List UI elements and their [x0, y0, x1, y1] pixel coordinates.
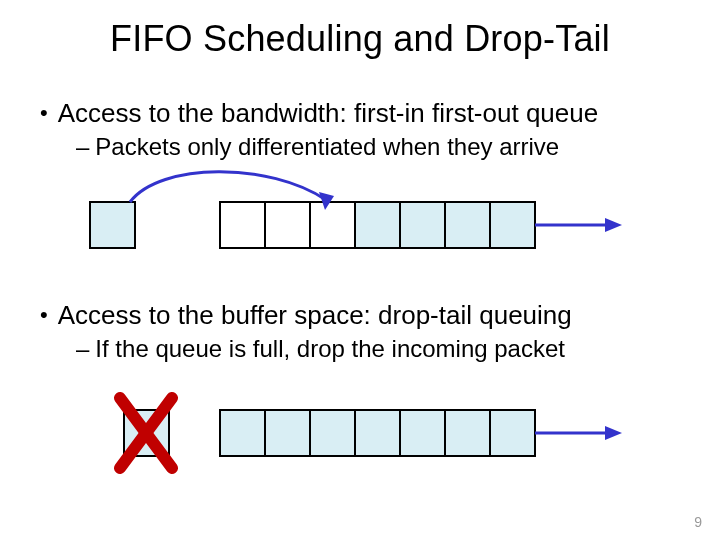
bullet-1-sub-text: Packets only differentiated when they ar…	[95, 133, 559, 160]
slide-title: FIFO Scheduling and Drop-Tail	[0, 18, 720, 60]
bullet-dot-icon: •	[40, 302, 48, 327]
dash-icon: –	[76, 335, 89, 362]
bullet-dot-icon: •	[40, 100, 48, 125]
bullet-2-sub-text: If the queue is full, drop the incoming …	[95, 335, 565, 362]
exit-arrow-head-icon	[605, 218, 622, 232]
queue-slot	[400, 410, 445, 456]
queue-slot	[265, 410, 310, 456]
queue-slot	[310, 410, 355, 456]
bullet-1: •Access to the bandwidth: first-in first…	[40, 98, 598, 129]
drop-tail-diagram	[70, 390, 630, 490]
queue-slot	[490, 410, 535, 456]
bullet-2: •Access to the buffer space: drop-tail q…	[40, 300, 572, 331]
page-number: 9	[694, 514, 702, 530]
queue-slot	[400, 202, 445, 248]
incoming-packet-box	[90, 202, 135, 248]
dash-icon: –	[76, 133, 89, 160]
bullet-2-sub: –If the queue is full, drop the incoming…	[76, 335, 565, 363]
fifo-diagram	[70, 170, 630, 280]
queue-slot	[355, 410, 400, 456]
exit-arrow-head-icon	[605, 426, 622, 440]
enqueue-arc	[130, 172, 326, 202]
queue-slot	[490, 202, 535, 248]
queue-slot	[445, 202, 490, 248]
queue-slot	[220, 410, 265, 456]
bullet-1-sub: –Packets only differentiated when they a…	[76, 133, 559, 161]
bullet-2-text: Access to the buffer space: drop-tail qu…	[58, 300, 572, 330]
queue-slot	[355, 202, 400, 248]
bullet-1-text: Access to the bandwidth: first-in first-…	[58, 98, 599, 128]
queue-slot	[445, 410, 490, 456]
